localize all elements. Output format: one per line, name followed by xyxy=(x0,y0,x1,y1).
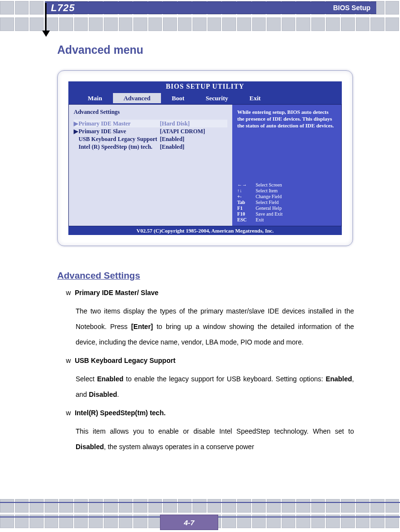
bios-help-text: While entering setup, BIOS auto detects … xyxy=(237,109,336,129)
bios-row-value: [Hard Disk] xyxy=(160,120,228,127)
bios-key: ↑↓ xyxy=(237,188,256,194)
bios-tab-main[interactable]: Main xyxy=(77,93,113,103)
bios-key-desc: Select Item xyxy=(256,188,277,194)
bios-footer: V02.57 (C)Copyright 1985-2004, American … xyxy=(68,226,342,235)
bios-key-desc: General Help xyxy=(256,205,282,211)
bios-key-row: F1General Help xyxy=(237,205,336,211)
bios-tabs: MainAdvancedBootSecurityExit xyxy=(68,92,342,104)
bios-key: +- xyxy=(237,194,256,200)
rule-1 xyxy=(0,502,400,503)
body-text: This item allows you to enable or disabl… xyxy=(76,427,354,435)
bold-text: Disabled xyxy=(76,443,104,451)
bios-key-row: F10Save and Exit xyxy=(237,211,336,217)
setting-item-title: Primary IDE Master/ Slave xyxy=(75,289,159,297)
setting-item-title: Intel(R) SpeedStep(tm) tech. xyxy=(75,409,165,417)
bios-key-legend: ←→Select Screen↑↓Select Item+-Change Fie… xyxy=(237,182,336,223)
bios-key: Tab xyxy=(237,200,256,205)
bios-key-desc: Exit xyxy=(256,217,264,223)
pointer-icon: ▶ xyxy=(74,120,79,127)
bios-row-label: ▶Primary IDE Slave xyxy=(74,127,160,135)
bios-key-desc: Select Screen xyxy=(256,182,282,188)
bios-body: Advanced Settings ▶Primary IDE Master[Ha… xyxy=(68,104,342,226)
bold-text: Enabled xyxy=(97,375,123,383)
setting-item-title: USB Keyboard Legacy Support xyxy=(75,357,176,364)
bullet-icon: w xyxy=(66,289,71,297)
page-number: 4-7 xyxy=(160,515,218,530)
body-text: to enable the legacy support for USB key… xyxy=(124,375,326,383)
bios-tab-exit[interactable]: Exit xyxy=(239,93,271,103)
bios-tab-boot[interactable]: Boot xyxy=(161,93,195,103)
bios-tab-advanced[interactable]: Advanced xyxy=(113,93,161,103)
bios-row[interactable]: USB Keyboard Legacy Support[Enabled] xyxy=(74,135,227,143)
setting-item: wUSB Keyboard Legacy SupportSelect Enabl… xyxy=(66,357,354,402)
bold-text: Disabled xyxy=(89,391,117,398)
deco-strip-top-2 xyxy=(0,17,400,34)
page-title: Advanced menu xyxy=(57,44,354,57)
bios-row-value: [Enabled] xyxy=(160,135,228,143)
body-text: . xyxy=(117,391,119,398)
setting-item-head: wPrimary IDE Master/ Slave xyxy=(66,289,354,297)
bios-key-row: TabSelect Field xyxy=(237,200,336,205)
bold-text: [Enter] xyxy=(131,323,153,330)
body-text: , the system always operates in a conser… xyxy=(104,443,254,451)
bios-row[interactable]: ▶Primary IDE Master[Hard Disk] xyxy=(74,120,227,127)
bios-row-label-text: Intel (R) SpeedStep (tm) tech. xyxy=(79,143,152,150)
bios-key: F1 xyxy=(237,205,256,211)
bios-screenshot-frame: BIOS SETUP UTILITY MainAdvancedBootSecur… xyxy=(57,70,353,246)
bios-key: F10 xyxy=(237,211,256,217)
bios-row-label: USB Keyboard Legacy Support xyxy=(74,135,160,143)
bios-key-row: ↑↓Select Item xyxy=(237,188,336,194)
bios-key: ESC xyxy=(237,217,256,223)
bullet-icon: w xyxy=(66,357,71,364)
setting-item: wIntel(R) SpeedStep(tm) tech.This item a… xyxy=(66,409,354,454)
bios-tab-security[interactable]: Security xyxy=(195,93,239,103)
header-bar: L725 BIOS Setup xyxy=(45,1,376,14)
setting-item-body: The two items display the types of the p… xyxy=(76,303,354,350)
bios-row[interactable]: Intel (R) SpeedStep (tm) tech.[Enabled] xyxy=(74,143,227,151)
section-label: BIOS Setup xyxy=(333,4,370,12)
setting-item-head: wUSB Keyboard Legacy Support xyxy=(66,357,354,364)
arrow-down-icon xyxy=(42,31,50,37)
bios-key-row: +-Change Field xyxy=(237,194,336,200)
bios-row-label-text: USB Keyboard Legacy Support xyxy=(79,136,157,142)
setting-item-body: This item allows you to enable or disabl… xyxy=(76,423,354,454)
setting-item: wPrimary IDE Master/ SlaveThe two items … xyxy=(66,289,354,350)
setting-item-body: Select Enabled to enable the legacy supp… xyxy=(76,371,354,402)
model-label: L725 xyxy=(51,2,75,14)
bios-utility-title: BIOS SETUP UTILITY xyxy=(68,81,342,92)
bios-right-pane: While entering setup, BIOS auto detects … xyxy=(232,105,341,226)
bold-text: Enabled xyxy=(326,375,352,383)
bullet-icon: w xyxy=(66,409,71,417)
bios-key: ←→ xyxy=(237,182,256,188)
bios-key-desc: Select Field xyxy=(256,200,279,205)
bios-row-label-text: Primary IDE Master xyxy=(79,120,130,127)
pointer-icon: ▶ xyxy=(74,127,79,135)
bios-row-label-text: Primary IDE Slave xyxy=(79,128,126,135)
bios-key-row: ←→Select Screen xyxy=(237,182,336,188)
bios-row-label: ▶Primary IDE Master xyxy=(74,120,160,127)
bios-row[interactable]: ▶Primary IDE Slave[ATAPI CDROM] xyxy=(74,127,227,135)
bios-left-heading: Advanced Settings xyxy=(74,109,227,116)
arrow-stem xyxy=(45,3,47,31)
bios-row-value: [Enabled] xyxy=(160,143,228,151)
bios-row-label: Intel (R) SpeedStep (tm) tech. xyxy=(74,143,160,151)
bios-key-desc: Change Field xyxy=(256,194,282,200)
body-text: Select xyxy=(76,375,97,383)
setting-item-head: wIntel(R) SpeedStep(tm) tech. xyxy=(66,409,354,417)
bios-screen: BIOS SETUP UTILITY MainAdvancedBootSecur… xyxy=(68,81,342,235)
bios-row-value: [ATAPI CDROM] xyxy=(160,127,228,135)
settings-title: Advanced Settings xyxy=(57,270,354,281)
bios-key-row: ESCExit xyxy=(237,217,336,223)
bios-key-desc: Save and Exit xyxy=(256,211,283,217)
bios-left-pane: Advanced Settings ▶Primary IDE Master[Ha… xyxy=(69,105,232,226)
